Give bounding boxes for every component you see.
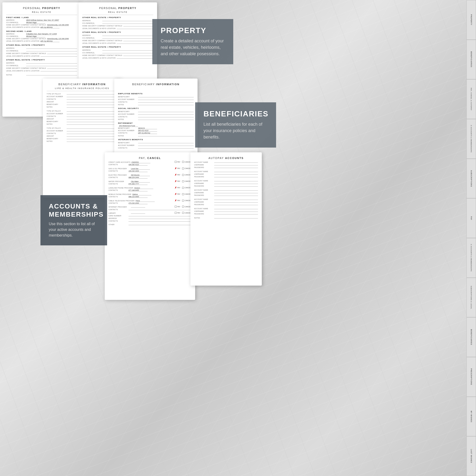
prop-section1-header: FIRST HOME / LAND bbox=[6, 17, 77, 18]
prop-coowner2-label: CO-OWNER(S) bbox=[6, 35, 25, 37]
bene-info-body: List all beneficiaries for each of your … bbox=[204, 121, 268, 140]
tab-subscriptions-legal[interactable]: SUBSCRIPTIONS & LEGAL bbox=[466, 278, 476, 318]
accounts-info-heading: ACCOUNTS & MEMBERSHIPS bbox=[49, 202, 99, 218]
right-tab-bar: PROPERTY BENEFICIARIES PAY, CANCEL & AUT… bbox=[466, 0, 476, 476]
bene-info-heading: BENEFICIARIES bbox=[204, 109, 268, 118]
prop-legal-label: LEGAL DOCUMENTS & KEYS LOCATION bbox=[6, 26, 39, 28]
bene2-ret-contacts: with my attorney bbox=[138, 132, 157, 134]
prop-addr-value: 4818 Hoffman Avenue, New York, NY 10007 bbox=[26, 19, 59, 21]
prop-coowner-label: CO-OWNER(S) bbox=[6, 22, 25, 23]
prop-card-1-subtitle: REAL ESTATE bbox=[6, 11, 77, 15]
prop-legal3-label: LEGAL DOCUMENTS & KEYS LOCATION bbox=[6, 55, 39, 57]
prop-card-2-title: PERSONAL PROPERTY bbox=[82, 5, 153, 11]
bene2-section2: SOCIAL SECURITY bbox=[118, 107, 194, 109]
prop-security3-label: HOME SECURITY COMPANY CONTACT DETAILS bbox=[6, 52, 46, 54]
prop-section2-header: SECOND HOME / LAND bbox=[6, 30, 77, 32]
bene2-section3: RETIREMENT bbox=[118, 122, 194, 124]
prop-security-value: HomeSecurity, 110-340-2046 bbox=[47, 24, 69, 26]
prop-section3-header: OTHER REAL ESTATE / PROPERTY bbox=[6, 44, 77, 46]
tab-subscriptions[interactable]: SUBSCRIPTIONS bbox=[466, 159, 476, 199]
prop-addr-label: ADDRESS bbox=[6, 19, 25, 21]
prop-coowner4-label: CO-OWNER(S) bbox=[6, 65, 25, 67]
bene-card-1-title: BENEFICIARY INFORMATION bbox=[47, 81, 118, 87]
bene2-section4: VETERAN'S BENEFITS bbox=[118, 138, 194, 141]
bene-card-1-subtitle: LIFE & HEALTH INSURANCE POLICIES bbox=[47, 87, 118, 91]
pay-cancel-card: PAY, CANCEL CREDIT CARD ACCOUNTS 2340293… bbox=[105, 152, 195, 300]
property-info-body: Create a detailed account of your real e… bbox=[161, 38, 225, 57]
prop-addr3-label: ADDRESS bbox=[6, 47, 25, 49]
prop-coowner3-label: CO-OWNER(S) bbox=[6, 50, 25, 52]
prop-legal-value: with my attorney bbox=[40, 26, 60, 28]
prop-legal2-value: with my attorney bbox=[40, 40, 60, 42]
tab-pay-cancel[interactable]: PAY, CANCEL & AUTOPAY bbox=[466, 79, 476, 119]
prop-card-2-subtitle: REAL ESTATE bbox=[82, 11, 153, 15]
prop-card-1-title: PERSONAL PROPERTY bbox=[6, 5, 77, 11]
pay-cancel-title: PAY, CANCEL bbox=[108, 155, 191, 160]
prop-security4-label: HOME SECURITY COMPANY CONTACT DETAILS bbox=[6, 67, 46, 69]
prop-security-label: HOME SECURITY COMPANY CONTACT DETAILS bbox=[6, 24, 46, 26]
accounts-info-box: ACCOUNTS & MEMBERSHIPS Use this section … bbox=[40, 195, 107, 245]
property-info-heading: PROPERTY bbox=[161, 26, 225, 35]
prop-coowner-value: Michael Higgs bbox=[26, 22, 45, 24]
bene2-ret-beneficiary: 38241O1 bbox=[138, 127, 157, 129]
prop-security2-label: HOME SECURITY COMPANY CONTACT DETAILS bbox=[6, 38, 46, 39]
tab-beneficiaries2[interactable]: BENEFICIARIES bbox=[466, 317, 476, 357]
autopay-title: AUTOPAY ACCOUNTS bbox=[194, 155, 258, 160]
prop-coowner2-value: Michael Higgs bbox=[26, 35, 45, 37]
prop-addr4-label: ADDRESS bbox=[6, 62, 25, 64]
accounts-info-body: Use this section to list all of your act… bbox=[49, 221, 99, 238]
tab-property[interactable]: PROPERTY bbox=[466, 0, 476, 40]
tab-my-wishes[interactable]: MY WISHES bbox=[466, 397, 476, 437]
autopay-card: AUTOPAY ACCOUNTS ACCOUNT NAME USERNAME P… bbox=[190, 152, 262, 286]
tab-accounts2[interactable]: A ACCOUNTS & MEMBERSHIPS bbox=[466, 238, 476, 278]
tab-beneficiaries[interactable]: BENEFICIARIES bbox=[466, 40, 476, 80]
prop-security2-value: HomeSecurity, 110-340-2046 bbox=[47, 38, 69, 40]
tab-pay2[interactable]: PAY bbox=[466, 198, 476, 238]
prop2-section1-header: OTHER REAL ESTATE / PROPERTY bbox=[82, 17, 153, 18]
prop-addr2-label: ADDRESS bbox=[6, 33, 25, 35]
tab-accounts[interactable]: A ACCOUNTS & MEMBERSHIPS bbox=[466, 119, 476, 159]
prop-legal2-label: LEGAL DOCUMENTS & KEYS LOCATION bbox=[6, 40, 39, 42]
prop-section4-header: OTHER REAL ESTATE / PROPERTY bbox=[6, 59, 77, 61]
prop-addr2-value: 6 Baddion Ave, East Hampton, NY 11949 bbox=[26, 33, 57, 35]
beneficiary-info-box: BENEFICIARIES List all beneficiaries for… bbox=[195, 102, 276, 148]
prop-notes-label: NOTES bbox=[6, 74, 25, 76]
prop-legal4-label: LEGAL DOCUMENTS & KEYS LOCATION bbox=[6, 70, 39, 72]
bene-card-2-title: BENEFICIARY INFORMATION bbox=[118, 81, 194, 87]
tab-prescriptions[interactable]: PRESCRIPTIONS bbox=[466, 357, 476, 397]
bene2-section1: EMPLOYEE BENEFITS bbox=[118, 93, 194, 95]
property-info-box: PROPERTY Create a detailed account of yo… bbox=[152, 19, 233, 64]
bene2-ret-value: JKS Retirement Fund bbox=[119, 125, 138, 127]
tab-last-wishes[interactable]: LAST WISHES bbox=[466, 436, 476, 476]
bene2-ret-account: 383-412-4122 bbox=[138, 130, 157, 132]
